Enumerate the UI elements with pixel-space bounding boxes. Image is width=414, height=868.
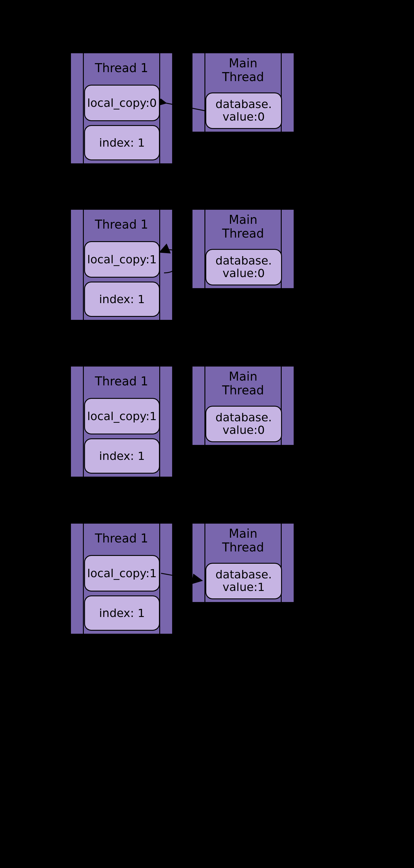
- main-thread-title: MainThread: [193, 213, 294, 240]
- main-title-line1: MainThread: [193, 527, 294, 554]
- database-chip: database.value:1: [205, 563, 282, 599]
- index-chip: index: 1: [84, 438, 160, 474]
- local-copy-chip: local_copy:1: [84, 398, 160, 434]
- svg-line-1: [161, 573, 201, 581]
- local-copy-chip: local_copy:1: [84, 555, 160, 592]
- svg-line-0: [165, 103, 205, 111]
- arrow-main-to-thread: [160, 99, 206, 117]
- thread1-title: Thread 1: [71, 61, 172, 75]
- database-chip: database.value:0: [205, 406, 282, 442]
- local-copy-chip: local_copy:1: [84, 241, 160, 278]
- arrow-thread-to-main: [160, 568, 206, 586]
- main-thread-title: MainThread: [193, 56, 294, 84]
- main-title-line1: MainThread: [193, 370, 294, 397]
- database-chip: database.value:0: [205, 92, 282, 129]
- thread1-title: Thread 1: [71, 531, 172, 545]
- database-text: database.value:0: [215, 255, 272, 280]
- main-thread-title: MainThread: [193, 527, 294, 554]
- database-text: database.value:1: [215, 568, 272, 594]
- main-title-line1: MainThread: [193, 56, 294, 84]
- database-text: database.value:0: [215, 411, 272, 437]
- arrow-self-loop: [159, 243, 191, 279]
- main-title-line1: MainThread: [193, 213, 294, 240]
- thread1-title: Thread 1: [71, 374, 172, 388]
- index-chip: index: 1: [84, 595, 160, 631]
- database-text: database.value:0: [215, 98, 272, 123]
- main-thread-title: MainThread: [193, 370, 294, 397]
- database-chip: database.value:0: [205, 249, 282, 285]
- index-chip: index: 1: [84, 125, 160, 160]
- local-copy-chip: local_copy:0: [84, 85, 160, 121]
- thread1-title: Thread 1: [71, 218, 172, 231]
- index-chip: index: 1: [84, 282, 160, 317]
